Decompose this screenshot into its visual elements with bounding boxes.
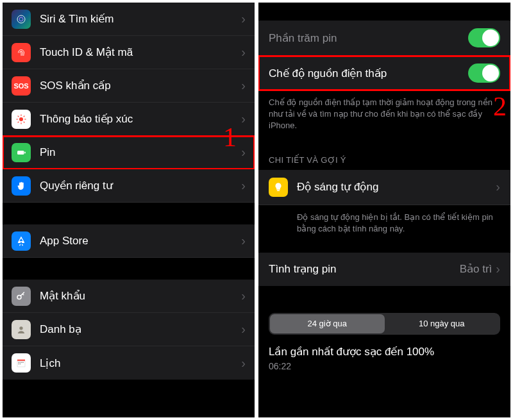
spacer xyxy=(258,246,510,253)
auto-brightness-description: Độ sáng tự động hiện bị tắt. Bạn có thể … xyxy=(258,205,510,246)
row-label: Tình trạng pin xyxy=(269,262,460,276)
row-label: SOS khẩn cấp xyxy=(40,79,241,92)
svg-point-14 xyxy=(19,326,22,330)
row-label: Mật khẩu xyxy=(40,289,241,303)
battery-health-row[interactable]: Tình trạng pin Bảo trì › xyxy=(258,253,510,286)
svg-rect-17 xyxy=(19,362,20,364)
time-range-segment[interactable]: 24 giờ qua 10 ngày qua xyxy=(269,313,500,335)
svg-rect-20 xyxy=(22,362,24,364)
row-label: Touch ID & Mật mã xyxy=(40,46,241,59)
row-label: Danh bạ xyxy=(40,323,241,336)
appstore-icon xyxy=(12,231,31,251)
chevron-right-icon: › xyxy=(241,178,246,193)
chevron-right-icon: › xyxy=(241,233,246,248)
settings-row-siri[interactable]: Siri & Tìm kiếm › xyxy=(3,3,255,36)
svg-point-2 xyxy=(19,117,23,121)
row-label: Phần trăm pin xyxy=(269,31,468,45)
row-label: Chế độ nguồn điện thấp xyxy=(269,67,468,80)
row-label: Pin xyxy=(40,146,241,159)
svg-rect-21 xyxy=(19,364,20,365)
chevron-right-icon: › xyxy=(241,289,246,303)
svg-rect-18 xyxy=(20,362,21,364)
chevron-right-icon: › xyxy=(496,262,500,276)
auto-brightness-row[interactable]: Độ sáng tự động › xyxy=(258,170,510,205)
calendar-icon xyxy=(12,353,31,373)
settings-row-exposure[interactable]: Thông báo tiếp xúc › xyxy=(3,103,255,136)
chevron-right-icon: › xyxy=(241,356,246,371)
chevron-right-icon: › xyxy=(241,112,246,126)
contacts-icon xyxy=(12,320,31,339)
svg-rect-22 xyxy=(20,364,21,365)
chevron-right-icon: › xyxy=(241,145,246,160)
chevron-right-icon: › xyxy=(241,45,246,60)
section-header: CHI TIẾT VÀ GỢI Ý xyxy=(258,144,510,170)
settings-row-passwords[interactable]: Mật khẩu › xyxy=(3,280,255,313)
row-label: Siri & Tìm kiếm xyxy=(40,12,241,26)
last-charge-label: Lần gần nhất được sạc đến 100% xyxy=(258,340,510,358)
row-label: Quyền riêng tư xyxy=(40,179,241,192)
row-label: Lịch xyxy=(40,357,241,370)
battery-percent-row[interactable]: Phần trăm pin xyxy=(258,21,510,56)
hand-icon xyxy=(12,176,31,196)
settings-row-calendar[interactable]: Lịch › xyxy=(3,346,255,380)
settings-row-battery[interactable]: Pin › xyxy=(3,136,255,169)
spacer xyxy=(258,3,510,21)
row-label: App Store xyxy=(40,235,241,248)
svg-line-7 xyxy=(18,115,19,117)
svg-rect-23 xyxy=(277,190,280,191)
low-power-mode-row[interactable]: Chế độ nguồn điện thấp xyxy=(258,56,510,90)
settings-row-touchid[interactable]: Touch ID & Mật mã › xyxy=(3,36,255,69)
svg-rect-11 xyxy=(17,151,24,155)
segment-24h[interactable]: 24 giờ qua xyxy=(270,314,385,333)
battery-icon xyxy=(12,143,31,162)
settings-row-appstore[interactable]: App Store › xyxy=(3,224,255,258)
section-gap xyxy=(3,203,255,224)
battery-settings-panel: 2 Phần trăm pin Chế độ nguồn điện thấp C… xyxy=(258,3,510,417)
segment-10d[interactable]: 10 ngày qua xyxy=(385,314,500,333)
settings-row-contacts[interactable]: Danh bạ › xyxy=(3,313,255,346)
settings-row-privacy[interactable]: Quyền riêng tư › xyxy=(3,169,255,203)
spacer xyxy=(258,286,510,304)
siri-icon xyxy=(12,10,31,29)
bulb-icon xyxy=(269,178,288,197)
row-label: Thông báo tiếp xúc xyxy=(40,112,241,126)
chevron-right-icon: › xyxy=(241,12,246,26)
svg-rect-19 xyxy=(21,362,22,364)
settings-list-panel: 1 Siri & Tìm kiếm › Touch ID & Mật mã › … xyxy=(3,3,255,417)
chevron-right-icon: › xyxy=(241,78,246,93)
low-power-description: Chế độ nguồn điện thấp tạm thời giảm hoạ… xyxy=(258,90,510,144)
svg-line-8 xyxy=(24,121,25,122)
row-label: Độ sáng tự động xyxy=(297,180,496,194)
low-power-mode-toggle[interactable] xyxy=(468,63,500,83)
sos-icon: SOS xyxy=(12,76,31,96)
chevron-right-icon: › xyxy=(241,322,246,337)
fingerprint-icon xyxy=(12,43,31,62)
svg-line-9 xyxy=(18,121,19,122)
settings-row-sos[interactable]: SOS SOS khẩn cấp › xyxy=(3,69,255,103)
svg-point-1 xyxy=(19,17,23,21)
battery-percent-toggle[interactable] xyxy=(468,28,500,47)
svg-line-10 xyxy=(24,115,25,117)
exposure-icon xyxy=(12,110,31,129)
svg-point-0 xyxy=(17,15,25,23)
chevron-right-icon: › xyxy=(496,180,500,194)
svg-rect-12 xyxy=(24,151,26,153)
key-icon xyxy=(12,287,31,306)
battery-health-value: Bảo trì xyxy=(460,262,492,276)
section-gap xyxy=(3,258,255,280)
last-charge-time: 06:22 xyxy=(258,358,510,371)
